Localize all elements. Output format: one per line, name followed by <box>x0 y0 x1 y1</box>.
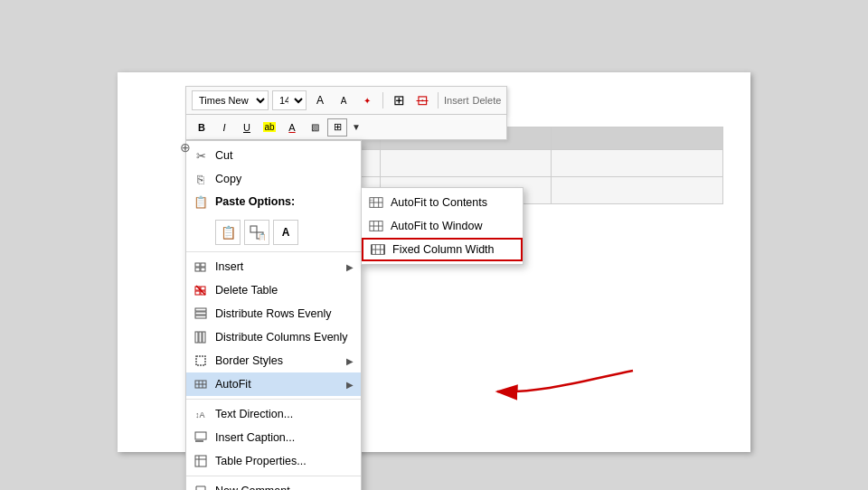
delete-table-label: Delete Table <box>215 284 354 297</box>
underline-button[interactable]: U <box>237 118 257 137</box>
shading-button[interactable]: ▧ <box>305 118 325 137</box>
svg-text:↕A: ↕A <box>195 410 205 419</box>
svg-rect-12 <box>195 308 206 311</box>
menu-item-distribute-rows[interactable]: Distribute Rows Evenly <box>186 302 361 325</box>
paste-btn-3[interactable]: A <box>273 220 298 245</box>
toolbar-container: Times New Ro 14 A A ✦ ⊞ ⊡ Insert Delete … <box>185 86 507 140</box>
menu-item-new-comment[interactable]: New Comment <box>186 479 361 490</box>
border-styles-label: Border Styles <box>215 354 339 367</box>
svg-rect-9 <box>195 291 200 295</box>
distribute-cols-icon <box>193 330 208 344</box>
font-color-button[interactable]: A <box>282 118 302 137</box>
formatting-toolbar-2: B I U ab A ▧ ⊞ ▼ <box>185 115 507 140</box>
autofit-contents-label: AutoFit to Contents <box>391 196 515 209</box>
new-comment-label: New Comment <box>215 485 354 490</box>
autofit-label: AutoFit <box>215 378 339 391</box>
copy-icon: ⎘ <box>193 172 208 186</box>
cut-label: Cut <box>215 149 354 162</box>
svg-rect-14 <box>195 316 206 318</box>
distribute-rows-icon <box>193 306 208 321</box>
paste-btn-1[interactable]: 📋 <box>215 220 241 245</box>
submenu-item-autofit-window[interactable]: AutoFit to Window <box>362 214 523 238</box>
paste-options-label: Paste Options: <box>215 195 354 208</box>
insert-arrow: ▶ <box>346 262 354 272</box>
table-move-handle[interactable]: ⊕ <box>180 140 191 155</box>
svg-rect-17 <box>203 332 205 343</box>
svg-rect-13 <box>195 312 206 315</box>
insert-label: Insert <box>215 260 339 273</box>
menu-item-text-direction[interactable]: ↕A Text Direction... <box>186 402 361 426</box>
table-grid-button[interactable]: ⊞ <box>389 90 409 110</box>
svg-rect-3 <box>195 263 200 267</box>
border-styles-icon <box>193 353 208 368</box>
svg-rect-16 <box>199 332 202 343</box>
svg-rect-6 <box>201 268 205 271</box>
svg-rect-24 <box>195 432 206 439</box>
delete-table-icon <box>193 283 208 297</box>
menu-item-delete-table[interactable]: Delete Table <box>186 278 361 302</box>
copy-label: Copy <box>215 173 354 185</box>
table-properties-icon <box>193 454 208 468</box>
svg-rect-8 <box>201 287 205 290</box>
text-direction-label: Text Direction... <box>215 408 354 420</box>
table-style-button[interactable]: ⊡ <box>412 90 432 110</box>
menu-item-insert[interactable]: Insert ▶ <box>186 255 361 278</box>
submenu-item-autofit-contents[interactable]: AutoFit to Contents <box>362 191 523 214</box>
formatting-toolbar: Times New Ro 14 A A ✦ ⊞ ⊡ Insert Delete <box>185 86 507 115</box>
svg-text:📋: 📋 <box>258 232 265 240</box>
autofit-window-label: AutoFit to Window <box>391 220 515 232</box>
paste-btn-2[interactable]: 📋 <box>244 220 269 245</box>
menu-item-cut[interactable]: ✂ Cut <box>186 144 361 167</box>
svg-rect-18 <box>196 356 205 365</box>
menu-sep-3 <box>186 476 361 476</box>
svg-rect-4 <box>201 263 205 267</box>
bold-button[interactable]: B <box>192 118 212 137</box>
table-properties-label: Table Properties... <box>215 455 354 467</box>
toolbar-sep-2 <box>438 92 439 108</box>
insert-caption-icon <box>193 430 208 445</box>
scissors-icon: ✂ <box>193 148 208 163</box>
insert-caption-label: Insert Caption... <box>215 431 354 444</box>
autofit-arrow: ▶ <box>346 380 354 390</box>
text-direction-icon: ↕A <box>193 407 208 421</box>
distribute-rows-label: Distribute Rows Evenly <box>215 307 354 320</box>
paste-icon: 📋 <box>193 194 208 209</box>
fixed-column-label: Fixed Column Width <box>392 243 514 256</box>
insert-label: Insert <box>444 95 469 106</box>
submenu-item-fixed-column[interactable]: Fixed Column Width <box>362 238 523 261</box>
autofit-window-icon <box>369 219 383 233</box>
clear-format-button[interactable]: ✦ <box>357 90 377 110</box>
insert-icon <box>193 259 208 274</box>
font-size-select[interactable]: 14 <box>272 90 307 110</box>
border-arrow: ▶ <box>346 356 354 366</box>
fixed-column-icon <box>371 242 385 257</box>
svg-rect-15 <box>195 332 198 343</box>
new-comment-icon <box>193 484 208 490</box>
autofit-icon <box>193 377 208 391</box>
grow-font-button[interactable]: A <box>310 90 330 110</box>
shrink-font-button[interactable]: A <box>334 90 354 110</box>
menu-item-paste-options: 📋 Paste Options: 📋 📋 A <box>186 191 361 249</box>
menu-item-border-styles[interactable]: Border Styles ▶ <box>186 349 361 372</box>
svg-rect-26 <box>195 456 206 466</box>
menu-item-autofit[interactable]: AutoFit ▶ <box>186 372 361 396</box>
toolbar-sep-1 <box>382 92 383 108</box>
menu-item-table-properties[interactable]: Table Properties... <box>186 449 361 473</box>
menu-sep-1 <box>186 251 361 252</box>
menu-sep-2 <box>186 399 361 400</box>
context-menu: ✂ Cut ⎘ Copy 📋 Paste Options: 📋 📋 A <box>185 140 362 490</box>
borders-button[interactable]: ⊞ <box>327 118 347 137</box>
highlight-button[interactable]: ab <box>259 118 279 137</box>
svg-rect-5 <box>195 268 200 271</box>
autofit-submenu: AutoFit to Contents AutoFit to Window <box>361 187 524 265</box>
menu-item-copy[interactable]: ⎘ Copy <box>186 167 361 191</box>
italic-button[interactable]: I <box>214 118 234 137</box>
svg-rect-0 <box>250 226 257 232</box>
distribute-cols-label: Distribute Columns Evenly <box>215 331 354 344</box>
font-name-select[interactable]: Times New Ro <box>192 90 269 110</box>
autofit-contents-icon <box>369 195 383 210</box>
delete-label: Delete <box>473 95 502 106</box>
menu-item-insert-caption[interactable]: Insert Caption... <box>186 426 361 449</box>
menu-item-distribute-cols[interactable]: Distribute Columns Evenly <box>186 325 361 349</box>
